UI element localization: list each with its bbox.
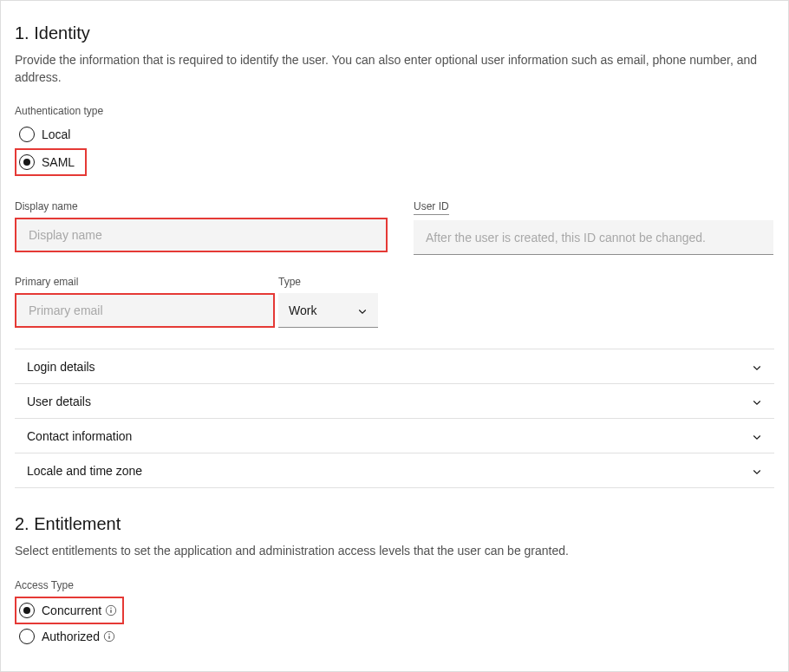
auth-type-radio-local[interactable]: Local bbox=[16, 122, 774, 147]
entitlement-title: 2. Entitlement bbox=[15, 514, 774, 534]
access-type-authorized-label: Authorized bbox=[42, 630, 100, 643]
accordion-login-details[interactable]: Login details bbox=[15, 349, 774, 384]
auth-type-radio-saml[interactable]: SAML bbox=[16, 150, 85, 174]
primary-email-label: Primary email bbox=[15, 276, 275, 288]
accordion-label: Locale and time zone bbox=[27, 464, 142, 478]
entitlement-description: Select entitlements to set the applicati… bbox=[15, 543, 774, 560]
accordion-label: Login details bbox=[27, 360, 95, 374]
info-icon[interactable] bbox=[105, 604, 117, 617]
display-name-field: Display name bbox=[15, 200, 388, 255]
auth-type-local-label: Local bbox=[42, 127, 70, 141]
form-container: 1. Identity Provide the information that… bbox=[0, 0, 789, 672]
auth-type-radio-group: Local SAML bbox=[15, 122, 774, 176]
display-name-input[interactable] bbox=[16, 219, 386, 251]
email-type-label: Type bbox=[278, 276, 378, 288]
chevron-down-icon bbox=[752, 362, 762, 372]
user-id-field: User ID bbox=[414, 200, 773, 255]
access-type-radio-concurrent[interactable]: Concurrent bbox=[16, 598, 122, 623]
accordion-locale[interactable]: Locale and time zone bbox=[15, 453, 774, 488]
radio-icon bbox=[19, 154, 35, 170]
primary-email-field: Primary email bbox=[15, 276, 275, 328]
user-id-input[interactable] bbox=[414, 220, 773, 255]
access-type-radio-authorized[interactable]: Authorized bbox=[16, 624, 774, 649]
identity-title: 1. Identity bbox=[15, 23, 774, 43]
identity-description: Provide the information that is required… bbox=[15, 52, 774, 86]
user-id-label: User ID bbox=[414, 200, 773, 215]
chevron-down-icon bbox=[357, 305, 368, 316]
accordion-user-details[interactable]: User details bbox=[15, 384, 774, 419]
radio-icon bbox=[19, 127, 35, 142]
email-type-select[interactable]: Work bbox=[278, 293, 378, 328]
chevron-down-icon bbox=[752, 396, 762, 407]
email-type-value: Work bbox=[289, 303, 316, 317]
accordion-label: Contact information bbox=[27, 429, 132, 443]
access-type-concurrent-label: Concurrent bbox=[42, 603, 101, 617]
radio-icon bbox=[19, 603, 35, 618]
display-name-label: Display name bbox=[15, 200, 388, 212]
email-type-field: Type Work bbox=[278, 276, 378, 328]
svg-point-5 bbox=[108, 633, 109, 634]
svg-point-2 bbox=[111, 607, 112, 608]
primary-email-input[interactable] bbox=[16, 295, 273, 326]
identity-accordion: Login details User details Contact infor… bbox=[15, 349, 774, 488]
radio-icon bbox=[19, 629, 35, 644]
chevron-down-icon bbox=[752, 466, 762, 476]
auth-type-label: Authentication type bbox=[15, 105, 774, 117]
access-type-label: Access Type bbox=[15, 579, 774, 591]
accordion-label: User details bbox=[27, 395, 91, 408]
info-icon[interactable] bbox=[103, 630, 115, 643]
auth-type-saml-label: SAML bbox=[42, 155, 80, 169]
chevron-down-icon bbox=[752, 431, 762, 441]
access-type-radio-group: Concurrent Authorized bbox=[15, 597, 774, 649]
accordion-contact-info[interactable]: Contact information bbox=[15, 419, 774, 453]
